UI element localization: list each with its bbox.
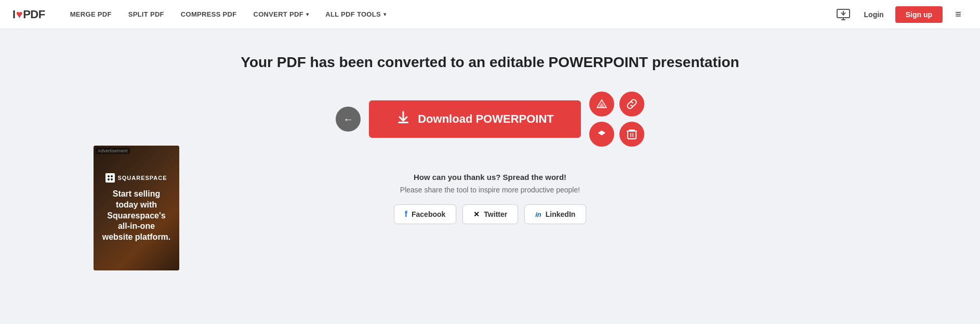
- linkedin-share-button[interactable]: in LinkedIn: [524, 204, 586, 224]
- logo-i: I: [12, 8, 16, 21]
- logo[interactable]: I♥PDF: [12, 8, 45, 21]
- squarespace-icon: [105, 173, 115, 183]
- squarespace-logo: SQUARESPACE: [105, 173, 167, 183]
- all-tools-arrow-icon: ▾: [383, 11, 386, 17]
- share-section: How can you thank us? Spread the word! P…: [394, 173, 587, 224]
- svg-point-5: [111, 175, 113, 177]
- download-powerpoint-button[interactable]: Download POWERPOINT: [369, 100, 581, 138]
- svg-point-6: [108, 178, 110, 180]
- svg-point-4: [108, 175, 110, 177]
- ad-text: Start selling today with Squarespace's a…: [102, 189, 171, 243]
- nav-item-merge[interactable]: MERGE PDF: [62, 0, 120, 29]
- nav-item-convert[interactable]: CONVERT PDF ▾: [245, 0, 317, 29]
- download-app-button[interactable]: [834, 5, 853, 24]
- logo-heart: ♥: [16, 8, 23, 21]
- share-title: How can you thank us? Spread the word!: [394, 173, 587, 182]
- page-title: Your PDF has been converted to an editab…: [241, 54, 739, 71]
- download-button-label: Download POWERPOINT: [418, 112, 554, 126]
- monitor-download-icon: [837, 9, 850, 20]
- svg-marker-12: [598, 131, 605, 135]
- twitter-label: Twitter: [484, 210, 507, 218]
- facebook-icon: f: [405, 210, 407, 219]
- facebook-share-button[interactable]: f Facebook: [394, 204, 457, 224]
- advertisement-panel: Advertisement SQUARESPACE Start selling …: [94, 146, 179, 270]
- twitter-x-icon: ✕: [473, 210, 480, 218]
- facebook-label: Facebook: [412, 210, 445, 218]
- twitter-share-button[interactable]: ✕ Twitter: [462, 204, 518, 224]
- logo-pdf: PDF: [23, 8, 45, 21]
- linkedin-label: LinkedIn: [546, 210, 576, 218]
- dropbox-button[interactable]: [589, 122, 614, 147]
- nav-item-split[interactable]: SPLIT PDF: [120, 0, 173, 29]
- action-row: ← Download POWERPOINT: [336, 92, 644, 147]
- download-icon: [396, 110, 410, 128]
- svg-point-7: [111, 178, 113, 180]
- navbar-right: Login Sign up ≡: [834, 5, 968, 24]
- copy-link-button[interactable]: [619, 92, 644, 116]
- ad-label: Advertisement: [96, 148, 130, 154]
- share-subtitle: Please share the tool to inspire more pr…: [394, 186, 587, 194]
- extra-actions-grid: [589, 92, 644, 147]
- signup-button[interactable]: Sign up: [895, 6, 943, 23]
- google-drive-button[interactable]: [589, 92, 614, 116]
- linkedin-icon: in: [535, 211, 541, 218]
- back-button[interactable]: ←: [336, 107, 361, 132]
- convert-arrow-icon: ▾: [306, 11, 309, 17]
- nav-item-all-tools[interactable]: ALL PDF TOOLS ▾: [317, 0, 394, 29]
- nav-links: MERGE PDF SPLIT PDF COMPRESS PDF CONVERT…: [62, 0, 834, 29]
- svg-rect-8: [398, 122, 408, 123]
- nav-item-compress[interactable]: COMPRESS PDF: [173, 0, 245, 29]
- svg-rect-13: [628, 131, 636, 139]
- ad-content: SQUARESPACE Start selling today with Squ…: [102, 173, 171, 243]
- dropbox-icon: [596, 128, 607, 140]
- hamburger-menu-button[interactable]: ≡: [949, 5, 968, 24]
- back-arrow-icon: ←: [343, 113, 353, 125]
- google-drive-icon: [596, 98, 607, 110]
- share-buttons: f Facebook ✕ Twitter in LinkedIn: [394, 204, 587, 224]
- login-button[interactable]: Login: [859, 7, 889, 22]
- trash-icon: [627, 128, 637, 140]
- delete-button[interactable]: [619, 122, 644, 147]
- link-icon: [626, 98, 638, 110]
- navbar: I♥PDF MERGE PDF SPLIT PDF COMPRESS PDF C…: [0, 0, 980, 29]
